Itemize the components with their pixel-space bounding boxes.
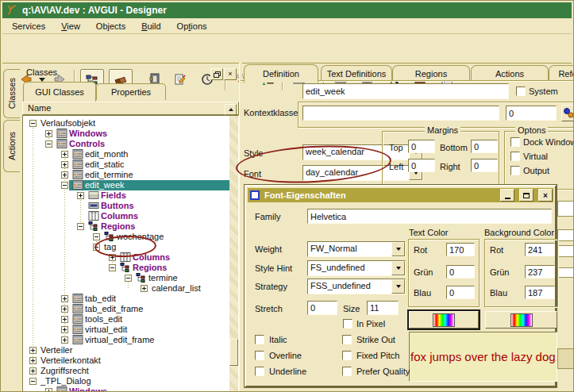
tree-item-fields[interactable]: Fields (23, 190, 229, 201)
tree-item-regions[interactable]: Regions (23, 263, 229, 273)
tree-item-columns[interactable]: Columns (23, 211, 229, 221)
tree-item-verteilerkontakt[interactable]: Verteilerkontakt (23, 355, 229, 366)
text-color-grün-input[interactable] (446, 265, 475, 279)
expand-icon[interactable] (61, 151, 68, 158)
tree-item-calendar-list[interactable]: calendar_list (23, 283, 229, 294)
menu-build[interactable]: Build (138, 21, 164, 32)
expand-icon[interactable] (141, 285, 148, 292)
window-titlebar[interactable]: q:\AV\AV.dev : AVGUI - Designer (2, 2, 572, 18)
dialog-titlebar[interactable]: Font-Eigenschaften × (248, 188, 553, 202)
expand-icon[interactable] (77, 192, 84, 199)
expand-icon[interactable] (29, 367, 37, 375)
weight-combobox[interactable]: FW_Normal (307, 241, 406, 257)
text-color-blau-input[interactable] (446, 286, 475, 299)
side-tab-actions[interactable]: Actions (3, 120, 20, 172)
tab-definition[interactable]: Definition (244, 64, 318, 83)
tree-item-windows[interactable]: Windows (23, 386, 229, 392)
scrollbar-thumb[interactable] (229, 339, 238, 366)
collapse-icon[interactable] (77, 223, 84, 230)
tree-item-edit-static[interactable]: edit_static (23, 159, 229, 170)
tree-item-windows[interactable]: Windows (23, 129, 229, 139)
checkbox-underline[interactable] (255, 367, 264, 376)
strategy-combobox[interactable]: FSS_undefined (307, 279, 406, 294)
menu-objects[interactable]: Objects (93, 21, 129, 32)
tab-regions[interactable]: Regions (392, 65, 470, 82)
expand-icon[interactable] (61, 326, 68, 333)
collapse-icon[interactable] (93, 244, 100, 251)
in-pixel-checkbox[interactable] (343, 319, 352, 329)
expand-icon[interactable] (61, 295, 68, 302)
checkbox-fixed-pitch[interactable] (342, 351, 352, 360)
collapse-icon[interactable] (29, 378, 37, 385)
tree-item-zugriffsrecht[interactable]: Zugriffsrecht (23, 366, 229, 376)
panel-splitter[interactable] (239, 63, 242, 392)
tab-refe[interactable]: Refe (549, 65, 574, 82)
tree-item-termine[interactable]: termine (23, 273, 229, 283)
collapse-icon[interactable] (29, 120, 37, 127)
tree-item-edit-termine[interactable]: edit_termine (23, 170, 229, 180)
close-button[interactable]: × (538, 189, 553, 202)
tree-item-verlaufsobjekt[interactable]: Verlaufsobjekt (23, 118, 229, 129)
margin-right-input[interactable] (471, 159, 498, 172)
tab-actions[interactable]: Actions (471, 65, 549, 82)
tree-item-tab-edit[interactable]: tab_edit (23, 294, 229, 304)
margin-left-input[interactable] (408, 159, 435, 172)
tree-item-tools-edit[interactable]: tools_edit (23, 314, 229, 325)
expand-icon[interactable] (29, 347, 37, 354)
minimize-button[interactable] (500, 189, 514, 202)
checkbox-virtual[interactable] (510, 152, 520, 161)
menu-services[interactable]: Services (9, 21, 48, 32)
margin-top-input[interactable] (408, 140, 435, 153)
tab-text-definitions[interactable]: Text Definitions (321, 65, 392, 82)
tree-item-verteiler[interactable]: Verteiler (23, 345, 229, 355)
expand-icon[interactable] (61, 336, 68, 344)
collapse-icon[interactable] (93, 233, 100, 240)
stretch-input[interactable] (307, 301, 337, 315)
menu-options[interactable]: Options (174, 21, 210, 32)
bg-color-grün-input[interactable] (525, 265, 555, 279)
expand-icon[interactable] (45, 130, 52, 137)
tree-item-virtual-edit-frame[interactable]: virtual_edit_frame (23, 335, 229, 345)
collapse-icon[interactable] (61, 182, 68, 189)
tree-item-wochentage[interactable]: wochentage (23, 232, 229, 242)
maximize-button[interactable] (519, 189, 534, 202)
margin-bottom-input[interactable] (471, 140, 498, 153)
side-tab-classes[interactable]: Classes (3, 69, 20, 118)
checkbox-output[interactable] (510, 166, 520, 175)
expand-icon[interactable] (61, 171, 68, 179)
expand-icon[interactable] (45, 388, 52, 392)
expand-icon[interactable] (109, 254, 116, 261)
combobox-arrow[interactable] (391, 242, 405, 256)
checkbox-strike-out[interactable] (342, 335, 352, 344)
size-input[interactable] (367, 301, 399, 315)
tree-column-header[interactable]: Name (22, 102, 239, 115)
tree-item-controls[interactable]: Controls (23, 139, 229, 149)
text-color-rot-input[interactable] (446, 243, 475, 256)
panel-close-button[interactable]: × (224, 68, 237, 80)
kontext-link-button[interactable] (561, 105, 574, 121)
text-color-picker-button[interactable] (409, 311, 479, 329)
kontext-number-input[interactable] (506, 106, 557, 121)
tree-item-tag[interactable]: tag (23, 242, 229, 252)
header-scroll-button[interactable] (225, 104, 237, 115)
tree-item-regions[interactable]: Regions (23, 221, 229, 232)
combobox-arrow[interactable] (391, 261, 405, 275)
tree-item-tab-edit-frame[interactable]: tab_edit_frame (23, 304, 229, 314)
expand-icon[interactable] (61, 316, 68, 323)
collapse-icon[interactable] (45, 140, 52, 148)
collapse-icon[interactable] (109, 264, 116, 271)
bg-color-rot-input[interactable] (525, 243, 555, 256)
tree-item--tpl-dialog[interactable]: _TPL_Dialog (23, 376, 229, 386)
checkbox-prefer-quality[interactable] (342, 367, 352, 376)
tree-item-virtual-edit[interactable]: virtual_edit (23, 325, 229, 335)
kontextklasse-input[interactable] (302, 106, 499, 121)
system-checkbox[interactable] (516, 86, 526, 96)
combobox-arrow[interactable] (391, 279, 405, 294)
checkbox-dock-window[interactable] (510, 137, 520, 147)
tree-item-columns[interactable]: Columns (23, 252, 229, 263)
bg-color-blau-input[interactable] (525, 286, 555, 299)
panel-float-button[interactable] (210, 68, 223, 80)
checkbox-italic[interactable] (255, 335, 264, 344)
tree-vertical-scrollbar[interactable] (229, 116, 238, 392)
checkbox-overline[interactable] (255, 351, 264, 360)
